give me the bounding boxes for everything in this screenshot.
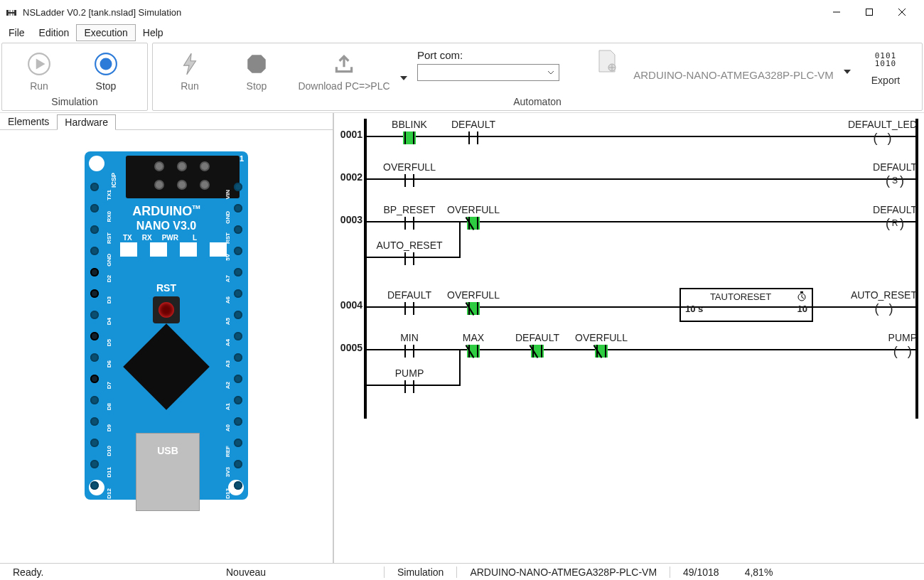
tab-hardware[interactable]: Hardware [57, 114, 116, 130]
contact[interactable]: DEFAULT [441, 119, 505, 144]
upload-icon [332, 52, 356, 76]
contact[interactable]: PUMP [377, 367, 441, 393]
coil[interactable]: PUMP [888, 332, 917, 358]
svg-marker-7 [184, 53, 196, 75]
contact[interactable]: MAX [441, 332, 505, 358]
menu-help[interactable]: Help [136, 24, 171, 41]
contact-label: OVERFULL [447, 204, 500, 215]
status-nouveau: Nouveau [213, 566, 384, 578]
pin-label: RST [225, 232, 231, 244]
pin-right [234, 225, 242, 234]
svg-marker-9 [400, 76, 407, 80]
title-bar: NSLadder V0.2 [tank.nslad] Simulation [0, 0, 924, 24]
contact[interactable]: AUTO_RESET [377, 240, 441, 265]
contact-label: DEFAULT [515, 332, 559, 343]
pin-right [234, 396, 242, 404]
pin-label: REF [225, 446, 231, 457]
rung-number: 0004 [334, 299, 362, 311]
usb-port: USB [136, 433, 200, 511]
coil[interactable]: DEFAULT_LED [848, 119, 917, 144]
pin-label: D10 [106, 446, 112, 456]
port-com-block: Port com: [417, 49, 559, 81]
pin-label: D2 [106, 275, 112, 282]
group-automaton: Run Stop Download PC=>PLC Port com: [152, 43, 923, 111]
contact[interactable]: DEFAULT [505, 332, 569, 358]
contact[interactable]: OVERFULL [569, 332, 633, 358]
export-button[interactable]: 0101 1010 Export [861, 49, 910, 89]
arduino-board: ICSP 1 ARDUINOTM NANO V3.0 TX RX PWR L R… [85, 151, 248, 500]
coil[interactable]: AUTO_RESET [851, 289, 917, 315]
rung-number: 0002 [334, 171, 362, 183]
port-com-combo[interactable] [417, 64, 559, 81]
menu-execution[interactable]: Execution [76, 24, 135, 41]
contact[interactable]: BP_RESET [377, 204, 441, 230]
contact-label: BP_RESET [383, 204, 435, 215]
download-button[interactable]: Download PC=>PLC [291, 49, 397, 95]
contact[interactable]: OVERFULL [377, 161, 441, 187]
coil-label: AUTO_RESET [851, 289, 917, 301]
rung[interactable]: 0004DEFAULTOVERFULLTAUTORESET10 s10AUTO_… [334, 284, 924, 326]
rung[interactable]: 0001BBLINKDEFAULTDEFAULT_LED [334, 113, 924, 156]
status-mem: 49/1018 [670, 566, 732, 578]
coil[interactable]: DEFAULTR [873, 204, 917, 230]
contact-label: DEFAULT [387, 289, 431, 301]
pin-label: D8 [106, 403, 112, 410]
contact-label: OVERFULL [447, 289, 500, 301]
rung-branch[interactable]: AUTO_RESET [334, 234, 924, 269]
pin-left [90, 460, 99, 468]
pin-right [234, 481, 242, 490]
rung-number: 0001 [334, 129, 362, 140]
close-button[interactable] [886, 1, 918, 23]
tab-elements[interactable]: Elements [0, 114, 57, 129]
menu-file[interactable]: File [1, 24, 32, 41]
pin-left [90, 183, 99, 191]
left-tabs: Elements Hardware [0, 113, 333, 130]
sim-run-button[interactable]: Run [6, 49, 72, 95]
target-doc-icon [596, 49, 618, 73]
contact[interactable]: MIN [377, 332, 441, 358]
coil-label: DEFAULT_LED [848, 119, 917, 130]
target-vm-label: ARDUINO-NANO-ATMEGA328P-PLC-VM [625, 69, 842, 81]
coil[interactable]: DEFAULTS [873, 161, 917, 187]
rung[interactable]: 0002OVERFULLDEFAULTS [334, 156, 924, 198]
pin-left [90, 481, 99, 490]
pin-label: RST [106, 232, 112, 244]
ladder-editor[interactable]: 0001BBLINKDEFAULTDEFAULT_LED0002OVERFULL… [334, 113, 924, 563]
ribbon: Run Stop Simulation Run Stop Download PC… [0, 41, 924, 112]
contact-label: OVERFULL [383, 161, 436, 173]
svg-marker-4 [36, 59, 45, 70]
rung-number: 0005 [334, 342, 362, 353]
auto-run-button[interactable]: Run [157, 49, 222, 95]
pin-label: D5 [106, 339, 112, 346]
minimize-button[interactable] [820, 1, 853, 23]
contact[interactable]: DEFAULT [377, 289, 441, 315]
coil-label: PUMP [888, 332, 917, 343]
contact[interactable]: BBLINK [377, 119, 441, 144]
contact[interactable]: OVERFULL [441, 289, 505, 315]
auto-stop-button[interactable]: Stop [224, 49, 289, 95]
pin-right [234, 289, 242, 298]
timer-block[interactable]: TAUTORESET10 s10 [679, 288, 813, 322]
pin-label: GND [106, 254, 112, 267]
status-bar: Ready. Nouveau Simulation ARDUINO-NANO-A… [0, 563, 924, 580]
status-ready: Ready. [0, 566, 213, 578]
pin-left [90, 247, 99, 255]
pin-left [90, 417, 99, 426]
sim-stop-button[interactable]: Stop [73, 49, 139, 95]
play-icon [27, 52, 51, 76]
contact-label: MAX [463, 332, 484, 343]
target-dropdown[interactable] [842, 68, 852, 75]
maximize-button[interactable] [853, 1, 886, 23]
pin-right [234, 332, 242, 340]
pin-label: D3 [106, 296, 112, 304]
download-dropdown[interactable] [399, 75, 409, 82]
pin-label: A4 [225, 339, 231, 346]
reset-button[interactable] [153, 296, 180, 323]
menu-edition[interactable]: Edition [32, 24, 77, 41]
pin-label: A0 [225, 424, 231, 431]
stop-octagon-icon [245, 52, 269, 76]
rung-branch[interactable]: PUMP [334, 362, 924, 397]
pin-right [234, 439, 242, 447]
pin-label: A2 [225, 382, 231, 389]
contact[interactable]: OVERFULL [441, 204, 505, 230]
